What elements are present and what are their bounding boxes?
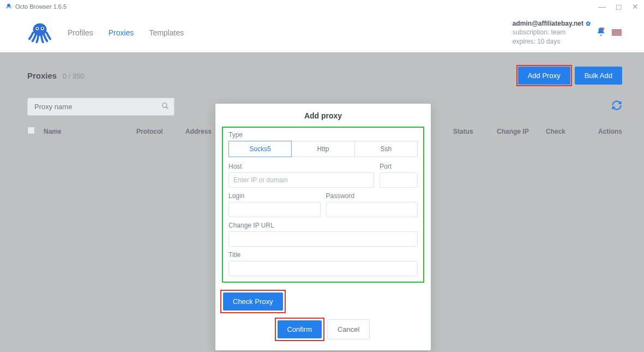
host-input[interactable] xyxy=(228,172,374,188)
login-input[interactable] xyxy=(228,202,321,217)
svg-line-8 xyxy=(166,106,168,109)
app-octopus-icon xyxy=(5,3,12,10)
title-label: Title xyxy=(228,251,418,259)
check-proxy-button[interactable]: Check Proxy xyxy=(223,293,283,311)
page-title: Proxies xyxy=(27,71,57,80)
bulk-add-button[interactable]: Bulk Add xyxy=(575,67,622,85)
host-label: Host xyxy=(228,163,374,170)
col-actions: Actions xyxy=(589,128,622,135)
col-status: Status xyxy=(453,128,497,135)
window-title: Octo Browser 1.6.5 xyxy=(15,3,67,10)
password-label: Password xyxy=(326,192,418,200)
language-flag-icon[interactable] xyxy=(611,29,622,37)
cancel-button[interactable]: Cancel xyxy=(327,319,370,339)
modal-form-area: Type Socks5 Http Ssh Host Port Login Pas… xyxy=(222,127,424,283)
subscription-line: subscription: team xyxy=(513,28,591,37)
window-title-bar: Octo Browser 1.6.5 — ◻ ✕ xyxy=(0,0,644,13)
maximize-button[interactable]: ◻ xyxy=(616,2,622,11)
login-label: Login xyxy=(228,192,321,200)
highlight-check-proxy: Check Proxy xyxy=(222,291,284,312)
app-header: Profiles Proxies Templates admin@affilia… xyxy=(0,13,644,52)
type-ssh-button[interactable]: Ssh xyxy=(355,141,418,157)
port-input[interactable] xyxy=(380,172,418,188)
proxy-count: 0 / 350 xyxy=(63,72,85,80)
search-input[interactable] xyxy=(27,98,174,116)
col-protocol: Protocol xyxy=(136,128,185,135)
account-info: admin@affiliatebay.net ✿ subscription: t… xyxy=(513,19,591,46)
changeip-url-label: Change IP URL xyxy=(228,222,418,229)
tab-proxies[interactable]: Proxies xyxy=(109,28,134,37)
title-input[interactable] xyxy=(228,261,418,276)
close-button[interactable]: ✕ xyxy=(632,2,639,11)
refresh-icon[interactable] xyxy=(611,100,622,114)
highlight-confirm: Confirm xyxy=(276,319,323,339)
changeip-url-input[interactable] xyxy=(228,231,418,247)
tab-profiles[interactable]: Profiles xyxy=(68,28,93,37)
col-name: Name xyxy=(44,128,136,135)
port-label: Port xyxy=(380,163,418,170)
tab-templates[interactable]: Templates xyxy=(149,28,184,37)
type-http-button[interactable]: Http xyxy=(292,141,354,157)
confirm-button[interactable]: Confirm xyxy=(278,320,322,338)
logo-octopus-icon xyxy=(27,19,52,46)
svg-point-6 xyxy=(602,27,605,30)
select-all-checkbox[interactable] xyxy=(27,127,35,134)
verified-icon: ✿ xyxy=(586,20,591,28)
col-change-ip: Change IP xyxy=(497,128,546,135)
notifications-bell-icon[interactable] xyxy=(596,27,606,39)
add-proxy-button[interactable]: Add Proxy xyxy=(518,67,570,85)
col-check: Check xyxy=(546,128,589,135)
svg-point-0 xyxy=(7,4,10,7)
account-email: admin@affiliatebay.net xyxy=(513,19,583,28)
type-toggle-group: Socks5 Http Ssh xyxy=(228,141,418,157)
search-icon xyxy=(161,102,169,112)
password-input[interactable] xyxy=(326,202,418,217)
minimize-button[interactable]: — xyxy=(598,2,606,11)
type-label: Type xyxy=(228,131,418,139)
expires-line: expires: 10 days xyxy=(513,37,591,46)
search-box xyxy=(27,98,174,116)
svg-point-4 xyxy=(37,27,38,29)
window-controls: — ◻ ✕ xyxy=(598,2,639,11)
svg-point-5 xyxy=(41,27,43,29)
svg-point-7 xyxy=(162,103,167,107)
highlight-add-proxy: Add Proxy xyxy=(518,67,570,85)
add-proxy-modal: Add proxy Type Socks5 Http Ssh Host Port… xyxy=(215,104,431,350)
modal-title: Add proxy xyxy=(215,111,431,120)
type-socks5-button[interactable]: Socks5 xyxy=(228,141,292,157)
